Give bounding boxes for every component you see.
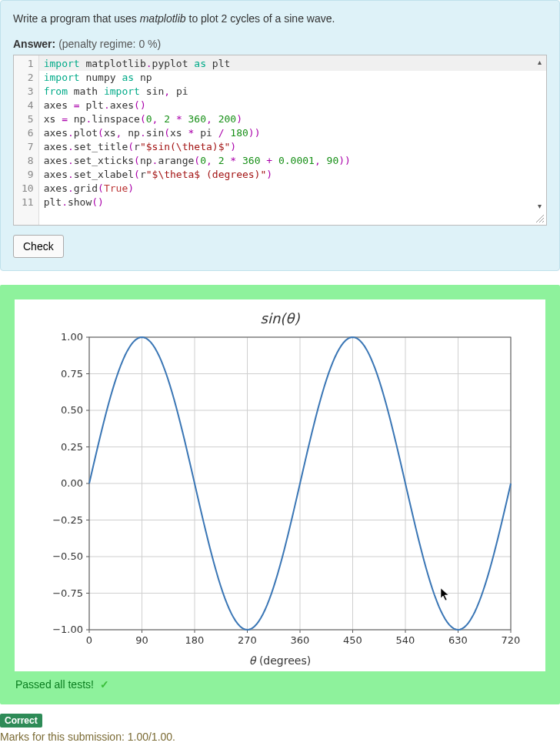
code-area[interactable]: import matplotlib.pyplot as pltimport nu… xyxy=(39,55,546,225)
chart-title: sin(θ) xyxy=(21,310,539,326)
line-number: 8 xyxy=(22,154,34,168)
xtick-label: 360 xyxy=(291,634,310,646)
code-line[interactable]: axes.set_title(r"$sin(\theta)$") xyxy=(44,140,540,154)
grading-block: Correct Marks for this submission: 1.00/… xyxy=(0,714,560,743)
ytick-label: 0.00 xyxy=(61,477,83,489)
line-number: 4 xyxy=(22,99,34,112)
passed-tests-text: Passed all tests! ✓ xyxy=(14,672,546,692)
scroll-down-icon[interactable]: ▾ xyxy=(535,202,544,211)
code-line[interactable]: axes.grid(True) xyxy=(44,182,540,196)
line-number: 5 xyxy=(22,112,34,126)
code-line[interactable]: from math import sin, pi xyxy=(44,85,540,99)
ytick-label: −0.75 xyxy=(52,587,83,598)
code-line[interactable]: xs = np.linspace(0, 2 * 360, 200) xyxy=(44,112,540,126)
penalty-text: (penalty regime: 0 %) xyxy=(58,38,161,50)
marks-text: Marks for this submission: 1.00/1.00. xyxy=(0,731,560,743)
chart-xlabel: θ (degrees) xyxy=(21,654,539,667)
xtick-label: 630 xyxy=(448,634,468,646)
plot-output: sin(θ) 090180270360450540630720−1.00−0.7… xyxy=(14,299,546,672)
ytick-label: 1.00 xyxy=(61,331,83,343)
correct-badge: Correct xyxy=(0,714,42,728)
ytick-label: 0.75 xyxy=(61,367,83,379)
line-number-gutter: 1234567891011 xyxy=(14,55,39,225)
resize-handle-icon[interactable] xyxy=(535,214,545,223)
ytick-label: −0.25 xyxy=(52,513,83,525)
code-line[interactable]: plt.show() xyxy=(44,196,540,209)
code-line[interactable]: axes.plot(xs, np.sin(xs * pi / 180)) xyxy=(44,126,540,140)
passed-label: Passed all tests! xyxy=(15,678,94,691)
scroll-up-icon[interactable]: ▴ xyxy=(535,58,544,67)
chart-area: 090180270360450540630720−1.00−0.75−0.50−… xyxy=(34,329,526,653)
checkmark-icon: ✓ xyxy=(100,678,109,691)
question-box: Write a program that uses matplotlib to … xyxy=(0,0,560,271)
line-number: 10 xyxy=(22,182,34,196)
xtick-label: 90 xyxy=(135,634,148,646)
xlabel-units: (degrees) xyxy=(259,654,311,667)
result-panel: sin(θ) 090180270360450540630720−1.00−0.7… xyxy=(0,285,560,704)
prompt-prefix: Write a program that uses xyxy=(13,12,140,25)
prompt-em: matplotlib xyxy=(140,12,186,25)
code-line[interactable]: axes.set_xlabel(r"$\theta$ (degrees)") xyxy=(44,168,540,182)
code-line[interactable]: axes = plt.axes() xyxy=(44,99,540,112)
ytick-label: 0.25 xyxy=(61,440,83,452)
check-button[interactable]: Check xyxy=(13,235,64,258)
xtick-label: 540 xyxy=(396,634,415,646)
xtick-label: 270 xyxy=(238,634,257,646)
ytick-label: 0.50 xyxy=(61,404,83,416)
code-line[interactable]: import matplotlib.pyplot as plt xyxy=(39,55,546,71)
line-number: 11 xyxy=(22,196,34,209)
line-number: 2 xyxy=(22,71,34,85)
code-line[interactable]: import numpy as np xyxy=(44,71,540,85)
xtick-label: 180 xyxy=(185,634,205,646)
line-number: 7 xyxy=(22,140,34,154)
line-number: 3 xyxy=(22,85,34,99)
ytick-label: −1.00 xyxy=(52,624,83,635)
code-line[interactable]: axes.set_xticks(np.arange(0, 2 * 360 + 0… xyxy=(44,154,540,168)
answer-label: Answer: xyxy=(13,38,55,50)
chart-svg: 090180270360450540630720−1.00−0.75−0.50−… xyxy=(34,329,526,653)
xtick-label: 450 xyxy=(343,634,362,646)
prompt-suffix: to plot 2 cycles of a sine wave. xyxy=(186,12,335,25)
ytick-label: −0.50 xyxy=(52,550,83,562)
xtick-label: 720 xyxy=(502,634,521,646)
question-prompt: Write a program that uses matplotlib to … xyxy=(13,12,547,27)
xtick-label: 0 xyxy=(86,634,92,646)
code-editor[interactable]: 1234567891011 import matplotlib.pyplot a… xyxy=(13,55,547,226)
line-number: 9 xyxy=(22,168,34,182)
line-number: 6 xyxy=(22,126,34,140)
xlabel-theta: θ xyxy=(249,654,256,667)
line-number: 1 xyxy=(22,57,34,71)
answer-label-line: Answer: (penalty regime: 0 %) xyxy=(13,38,547,50)
